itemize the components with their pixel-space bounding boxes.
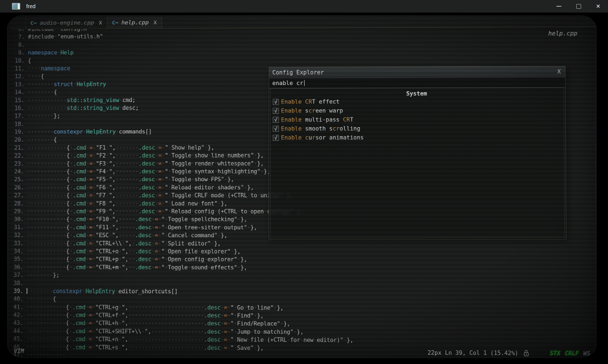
line-number: 32. [11, 231, 24, 239]
config-option-row[interactable]: √Enable screen warp [271, 105, 564, 115]
popup-titlebar: Config Explorer X [269, 66, 565, 78]
tab-help.cpp[interactable]: C++help.cppX [107, 17, 162, 29]
screen: C++audio-engine.cppXC++help.cppX help.cp… [0, 13, 608, 364]
config-option-row[interactable]: √Enable CRT effect [271, 96, 564, 106]
line-number: 41. [11, 303, 23, 311]
line-number: 25. [11, 176, 24, 184]
line-number: 43. [11, 319, 23, 327]
code-line-35: 35.············{·.cmd·=·"CTRL+p·",··.des… [9, 255, 597, 264]
crt-display: C++audio-engine.cppXC++help.cppX help.cp… [7, 15, 597, 358]
checkbox-checked-icon[interactable]: √ [273, 99, 279, 105]
line-number: 12. [12, 73, 24, 81]
line-number: 11. [12, 65, 25, 73]
line-number: 33. [11, 239, 24, 247]
line-number: 17. [12, 112, 24, 120]
window-title: fred [26, 3, 35, 10]
config-option-row[interactable]: √Enable cursor animations [271, 133, 564, 142]
editor-surface: C++audio-engine.cppXC++help.cppX help.cp… [8, 15, 597, 358]
code-line-39: 39.········constexpr·HelpEntry·editor_sh… [9, 287, 597, 297]
status-flag-CRLF[interactable]: CRLF [565, 350, 579, 357]
code-line-33: 33.············{·.cmd·=·"CTRL+\\·",·.des… [9, 239, 597, 248]
window-controls: ✕ [549, 0, 608, 13]
checkbox-checked-icon[interactable]: √ [273, 135, 279, 141]
maximize-icon [576, 4, 581, 9]
config-option-label: Enable smooth scrolling [281, 125, 360, 132]
line-number: 23. [12, 160, 24, 168]
line-number: 30. [11, 216, 24, 223]
checkbox-checked-icon[interactable]: √ [273, 126, 279, 132]
line-number: 34. [11, 247, 24, 255]
cpp-file-icon: C++ [112, 20, 118, 26]
window-titlebar: fred ✕ [0, 0, 608, 13]
cpp-file-icon: C++ [30, 20, 36, 26]
line-number: 16. [12, 104, 24, 112]
config-option-label: Enable multi-pass CRT [281, 116, 353, 123]
config-option-label: Enable CRT effect [281, 98, 340, 105]
line-number: 40. [11, 295, 23, 303]
status-bar: VIM 22px Ln 39, Col 1 (15.42%) STXCRLFWS [8, 346, 597, 358]
line-number: 21. [12, 144, 24, 152]
config-explorer-popup: Config Explorer X enable cr System √Enab… [269, 66, 566, 239]
line-number: 38. [11, 279, 23, 287]
filename-overlay: help.cpp [548, 30, 577, 37]
popup-title: Config Explorer [272, 69, 324, 76]
line-number: 29. [11, 208, 24, 216]
config-search-value: enable cr [272, 80, 303, 86]
line-number: 10. [12, 57, 25, 65]
code-line-37: 37.········}; [9, 271, 597, 281]
checkbox-checked-icon[interactable]: √ [273, 108, 279, 114]
code-line-36: 36.············{·.cmd·=·"CTRL+m·",··.des… [9, 263, 597, 272]
line-number: 19. [12, 128, 24, 136]
config-option-label: Enable screen warp [281, 107, 343, 114]
line-number: 28. [11, 200, 24, 208]
line-number: 7. [12, 33, 25, 41]
line-number: 22. [12, 152, 24, 160]
minimize-button[interactable] [549, 0, 569, 13]
line-number: 24. [11, 168, 24, 176]
config-search-input[interactable]: enable cr [269, 77, 565, 88]
line-number: 14. [12, 89, 24, 96]
line-number: 8. [12, 41, 25, 49]
line-number: 44. [11, 327, 23, 335]
cursor-position-status: 22px Ln 39, Col 1 (15.42%) [427, 350, 518, 357]
line-number: 45. [11, 335, 23, 343]
line-number: 27. [11, 192, 24, 199]
tab-audio-engine.cpp[interactable]: C++audio-engine.cppX [25, 17, 107, 29]
padlock-icon[interactable] [523, 350, 529, 357]
status-flag-WS[interactable]: WS [583, 350, 590, 357]
tab-close-icon[interactable]: X [99, 19, 102, 26]
line-number: 35. [11, 255, 24, 263]
line-number: 39. [11, 287, 23, 295]
vim-mode-indicator: VIM [14, 348, 24, 354]
tab-label: audio-engine.cpp [40, 20, 94, 26]
line-number: 42. [11, 311, 23, 319]
close-button[interactable]: ✕ [588, 0, 608, 13]
line-number: 36. [11, 263, 23, 271]
line-number: 37. [11, 271, 23, 279]
search-caret [304, 80, 305, 86]
line-number: 18. [12, 120, 24, 128]
popup-close-button[interactable]: X [557, 68, 561, 75]
line-number: 15. [12, 96, 24, 104]
config-option-row[interactable]: √Enable smooth scrolling [271, 124, 564, 133]
line-number: 9. [12, 49, 25, 57]
tab-label: help.cpp [121, 19, 149, 26]
config-option-row[interactable]: √Enable multi-pass CRT [271, 114, 564, 124]
config-section-header: System [271, 88, 564, 97]
line-number: 13. [12, 81, 24, 89]
checkbox-checked-icon[interactable]: √ [273, 117, 279, 123]
line-number: 31. [11, 223, 24, 231]
line-number: 20. [12, 136, 24, 144]
close-icon: ✕ [596, 3, 601, 10]
line-number: 26. [11, 184, 24, 192]
config-list: System √Enable CRT effect√Enable screen … [270, 87, 565, 237]
minimize-icon [556, 6, 561, 7]
app-icon [12, 3, 20, 10]
status-flag-STX[interactable]: STX [550, 350, 561, 356]
tab-close-icon[interactable]: X [154, 19, 157, 26]
maximize-button[interactable] [569, 0, 588, 13]
config-option-label: Enable cursor animations [281, 134, 364, 141]
code-line-34: 34.············{·.cmd·=·"CTRL+o·",··.des… [9, 247, 597, 256]
